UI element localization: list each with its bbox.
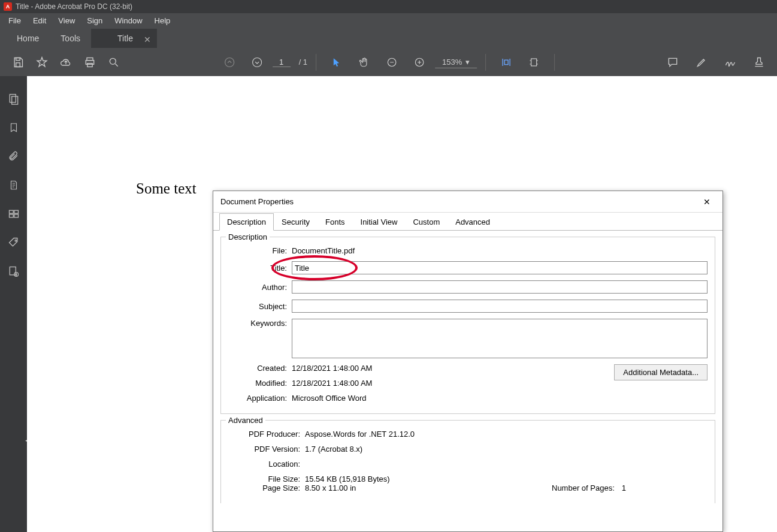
main-toolbar: / 1 153% ▾	[0, 48, 777, 76]
svg-point-18	[15, 240, 17, 241]
application-value: Microsoft Office Word	[292, 394, 367, 403]
additional-metadata-button[interactable]: Additional Metadata...	[614, 364, 708, 380]
producer-label: PDF Producer:	[228, 430, 305, 439]
tags-icon[interactable]	[7, 235, 21, 250]
svg-point-7	[252, 58, 261, 66]
author-input[interactable]	[292, 280, 708, 294]
zoom-in-icon[interactable]	[412, 55, 427, 69]
producer-value: Aspose.Words for .NET 21.12.0	[305, 430, 415, 439]
cloud-upload-icon[interactable]	[59, 55, 73, 69]
advanced-legend: Advanced	[226, 416, 265, 425]
document-properties-dialog: Document Properties ✕ Description Securi…	[213, 191, 723, 532]
page-down-icon[interactable]	[250, 55, 264, 69]
svg-rect-13	[11, 96, 17, 104]
description-legend: Description	[226, 232, 270, 241]
author-label: Author:	[228, 283, 292, 292]
subject-input[interactable]	[292, 300, 708, 313]
tab-document[interactable]: Title ✕	[91, 29, 157, 48]
menu-view[interactable]: View	[52, 15, 81, 26]
menu-edit[interactable]: Edit	[27, 15, 52, 26]
menu-window[interactable]: Window	[108, 15, 148, 26]
menu-help[interactable]: Help	[149, 15, 177, 26]
articles-icon[interactable]	[7, 207, 21, 221]
tab-fonts[interactable]: Fonts	[318, 213, 353, 231]
title-input[interactable]	[292, 261, 708, 274]
highlight-icon[interactable]	[694, 55, 709, 69]
advanced-fieldset: Advanced PDF Producer: Aspose.Words for …	[220, 420, 715, 503]
svg-rect-15	[14, 210, 18, 213]
page-up-icon[interactable]	[222, 55, 237, 69]
page-display-icon[interactable]	[527, 55, 541, 69]
svg-rect-0	[16, 58, 20, 60]
svg-rect-14	[9, 210, 13, 213]
window-title: Title - Adobe Acrobat Pro DC (32-bit)	[16, 2, 132, 11]
created-label: Created:	[228, 364, 292, 373]
tab-custom[interactable]: Custom	[405, 213, 448, 231]
tab-initial-view[interactable]: Initial View	[353, 213, 406, 231]
save-icon[interactable]	[11, 55, 25, 69]
page-icon[interactable]	[7, 178, 21, 192]
zoom-value: 153%	[442, 58, 462, 66]
attachment-icon[interactable]	[7, 149, 21, 164]
print-icon[interactable]	[83, 55, 97, 69]
svg-text:i: i	[16, 273, 16, 276]
dialog-title-text: Document Properties	[220, 197, 294, 206]
tab-security[interactable]: Security	[274, 213, 318, 231]
tab-bar: Home Tools Title ✕	[0, 28, 777, 48]
filesize-value: 15.54 KB (15,918 Bytes)	[305, 474, 390, 483]
svg-rect-4	[87, 63, 92, 66]
search-icon[interactable]	[107, 55, 121, 69]
numpages-label: Number of Pages:	[552, 483, 622, 492]
order-icon[interactable]: i	[7, 264, 21, 279]
created-value: 12/18/2021 1:48:00 AM	[292, 364, 372, 373]
description-fieldset: Description File: DocumentTitle.pdf Titl…	[220, 237, 715, 414]
bookmark-icon[interactable]	[7, 120, 21, 135]
version-value: 1.7 (Acrobat 8.x)	[305, 445, 362, 454]
page-number-input[interactable]	[273, 58, 291, 67]
tab-advanced[interactable]: Advanced	[448, 213, 498, 231]
tab-description[interactable]: Description	[219, 213, 274, 231]
toolbar-separator	[485, 54, 486, 71]
star-icon[interactable]	[35, 55, 49, 69]
tab-tools[interactable]: Tools	[50, 29, 91, 48]
numpages-value: 1	[622, 483, 626, 492]
title-label: Title:	[228, 264, 292, 273]
pagesize-label: Page Size:	[228, 483, 305, 492]
comment-icon[interactable]	[666, 55, 680, 69]
version-label: PDF Version:	[228, 445, 305, 454]
stamp-icon[interactable]	[752, 55, 766, 69]
sign-icon[interactable]	[723, 55, 737, 69]
tab-close-icon[interactable]: ✕	[144, 35, 151, 44]
keywords-input[interactable]	[292, 319, 708, 358]
toolbar-separator	[554, 54, 555, 71]
file-value: DocumentTitle.pdf	[292, 246, 355, 255]
menu-file[interactable]: File	[2, 15, 27, 26]
modified-label: Modified:	[228, 379, 292, 388]
thumbnails-icon[interactable]	[7, 92, 21, 106]
svg-rect-12	[10, 95, 16, 102]
menu-bar: File Edit View Sign Window Help	[0, 13, 777, 28]
svg-rect-11	[531, 59, 537, 66]
modified-value: 12/18/2021 1:48:00 AM	[292, 379, 372, 388]
application-label: Application:	[228, 394, 292, 403]
subject-label: Subject:	[228, 302, 292, 311]
navigation-pane: i ◂	[0, 76, 27, 532]
tab-home[interactable]: Home	[6, 29, 50, 48]
tab-document-label: Title	[117, 34, 133, 43]
menu-sign[interactable]: Sign	[81, 15, 108, 26]
zoom-out-icon[interactable]	[385, 55, 399, 69]
page-total: / 1	[299, 58, 307, 66]
chevron-down-icon: ▾	[465, 58, 470, 66]
dialog-close-button[interactable]: ✕	[699, 195, 715, 209]
pagesize-value: 8.50 x 11.00 in	[305, 483, 356, 492]
svg-point-5	[110, 58, 116, 64]
select-tool-icon[interactable]	[329, 55, 344, 69]
hand-tool-icon[interactable]	[357, 55, 371, 69]
svg-rect-10	[504, 60, 508, 65]
svg-rect-19	[10, 267, 16, 275]
fit-width-icon[interactable]	[499, 55, 513, 69]
location-label: Location:	[228, 460, 305, 468]
window-titlebar: A Title - Adobe Acrobat Pro DC (32-bit)	[0, 0, 777, 13]
zoom-dropdown[interactable]: 153% ▾	[435, 56, 477, 68]
keywords-label: Keywords:	[228, 319, 292, 328]
